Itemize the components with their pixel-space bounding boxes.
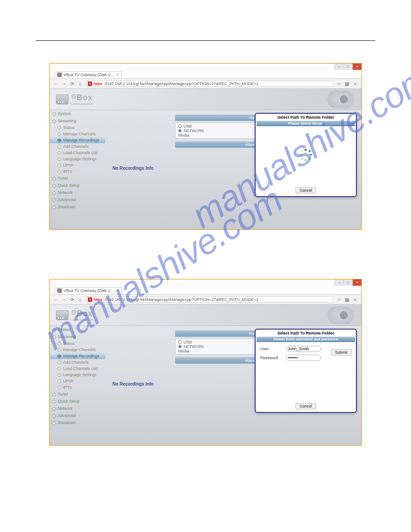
password-input[interactable] — [286, 355, 321, 361]
menu-icon[interactable]: ≡ — [352, 81, 358, 86]
nav-upnp[interactable]: UPnP — [50, 378, 107, 384]
nav-tuner[interactable]: Tuner — [50, 390, 107, 398]
nav-system[interactable]: System — [50, 326, 107, 333]
nav-manage-channels[interactable]: Manage Channels — [50, 347, 107, 353]
nav-load-channels-list[interactable]: Load Channels List — [50, 365, 107, 372]
modal-instruction-bar: Please Enter username and password — [257, 337, 355, 342]
favicon-icon — [57, 288, 62, 293]
back-button[interactable]: ← — [53, 81, 59, 86]
extension-icon[interactable]: ▦ — [344, 81, 350, 86]
logo-mark-icon — [56, 94, 68, 104]
modal-instruction-bar: Please Select Server — [257, 121, 355, 126]
logo-subtitle: Communications — [71, 103, 93, 105]
bookmark-icon[interactable]: ☆ — [336, 81, 342, 86]
nav-advanced[interactable]: Advanced — [50, 412, 107, 419]
logo-subtitle: Communications — [71, 318, 93, 321]
forward-button[interactable]: → — [61, 297, 67, 302]
nav-advanced[interactable]: Advanced — [50, 196, 107, 203]
nav-network[interactable]: Network — [50, 405, 107, 412]
nav-streaming[interactable]: Streaming — [50, 333, 107, 340]
menu-icon[interactable]: ≡ — [352, 297, 358, 302]
radio-usb[interactable] — [178, 340, 182, 344]
favicon-icon — [57, 73, 62, 77]
nav-upnp[interactable]: UPnP — [50, 162, 107, 168]
tab-close-icon[interactable]: × — [116, 288, 119, 293]
title-bar: – □ × VBox TV Gateway (Disk V… × — [50, 64, 361, 79]
url-field[interactable]: ✕ https ://192.168.2.101/cgi-bin/ManageA… — [86, 296, 334, 303]
url-scheme: https — [94, 297, 103, 302]
cancel-button[interactable]: Cancel — [295, 187, 316, 193]
nav-shutdown[interactable]: Shutdown — [50, 203, 107, 210]
tab-title: VBox TV Gateway (Disk V… — [64, 73, 115, 77]
nav-quick-setup[interactable]: Quick Setup — [50, 182, 107, 189]
window-close-button[interactable]: × — [352, 279, 361, 286]
nav-iptv[interactable]: IPTV — [50, 384, 107, 390]
credentials-modal: Select Path To Remote Folder Please Ente… — [255, 329, 357, 413]
screenshot-credentials: – □ × VBox TV Gateway (Disk V… × ← → ⟳ ⌂… — [49, 279, 362, 446]
browser-tab[interactable]: VBox TV Gateway (Disk V… × — [54, 71, 122, 78]
modal-title: Select Path To Remote Folder — [256, 114, 356, 121]
remote-graphic — [327, 90, 354, 108]
loading-spinner-icon — [300, 149, 312, 161]
nav-add-channels[interactable]: Add Channels — [50, 359, 107, 365]
nav-system[interactable]: System — [50, 110, 107, 117]
nav-quick-setup[interactable]: Quick Setup — [50, 398, 107, 405]
home-button[interactable]: ⌂ — [77, 81, 83, 86]
label-network: NETWORK — [184, 129, 204, 133]
screenshot-loading: – □ × VBox TV Gateway (Disk V… × ← → ⟳ ⌂… — [49, 63, 362, 230]
nav-status[interactable]: Status — [50, 124, 107, 131]
url-text: ://192.168.2.101/cgi-bin/ManageApp/Manag… — [104, 82, 259, 86]
url-field[interactable]: ✕ https ://192.168.2.101/cgi-bin/ManageA… — [86, 81, 334, 87]
nav-streaming[interactable]: Streaming — [50, 117, 107, 124]
header-banner: @Box Communications — [50, 89, 361, 110]
tab-close-icon[interactable]: × — [116, 73, 119, 77]
home-button[interactable]: ⌂ — [77, 297, 83, 302]
radio-network[interactable] — [178, 345, 182, 348]
nav-manage-channels[interactable]: Manage Channels — [50, 131, 107, 137]
page-viewport: @Box Communications System Streaming Sta… — [50, 305, 361, 445]
address-bar: ← → ⟳ ⌂ ✕ https ://192.168.2.101/cgi-bin… — [50, 79, 361, 89]
tab-title: VBox TV Gateway (Disk V… — [64, 288, 115, 293]
submit-button[interactable]: Submit — [331, 349, 351, 356]
extension-icon[interactable]: ▦ — [344, 297, 350, 302]
forward-button[interactable]: → — [61, 81, 67, 86]
remote-graphic — [327, 306, 354, 324]
reload-button[interactable]: ⟳ — [69, 81, 75, 86]
url-text: ://192.168.2.101/cgi-bin/ManageApp/Manag… — [104, 297, 259, 302]
reload-button[interactable]: ⟳ — [69, 297, 75, 302]
window-minimize-button[interactable]: – — [334, 279, 343, 286]
nav-load-channels-list[interactable]: Load Channels List — [50, 150, 107, 156]
browser-tab[interactable]: VBox TV Gateway (Disk V… × — [54, 287, 122, 294]
nav-network[interactable]: Network — [50, 189, 107, 196]
window-maximize-button[interactable]: □ — [343, 64, 352, 70]
nav-iptv[interactable]: IPTV — [50, 168, 107, 175]
logo: @Box Communications — [56, 309, 93, 321]
window-minimize-button[interactable]: – — [334, 64, 343, 70]
nav-tuner[interactable]: Tuner — [50, 175, 107, 182]
address-bar: ← → ⟳ ⌂ ✕ https ://192.168.2.101/cgi-bin… — [50, 295, 361, 305]
select-server-modal: Select Path To Remote Folder Please Sele… — [255, 113, 357, 197]
radio-network[interactable] — [178, 129, 182, 133]
label-network: NETWORK — [184, 344, 204, 349]
label-usb: USB — [184, 340, 192, 344]
nav-language-settings[interactable]: Language Settings — [50, 372, 107, 378]
user-input[interactable] — [286, 346, 321, 352]
ssl-warn-icon: ✕ — [88, 82, 92, 86]
radio-usb[interactable] — [178, 124, 182, 128]
logo-mark-icon — [56, 310, 68, 320]
bookmark-icon[interactable]: ☆ — [336, 297, 342, 302]
nav-manage-recordings[interactable]: Manage Recordings — [50, 353, 105, 359]
window-maximize-button[interactable]: □ — [343, 279, 352, 286]
nav-language-settings[interactable]: Language Settings — [50, 156, 107, 162]
back-button[interactable]: ← — [53, 297, 59, 302]
password-label: Password: — [260, 356, 283, 360]
nav-manage-recordings[interactable]: Manage Recordings — [50, 137, 105, 143]
window-close-button[interactable]: × — [352, 64, 361, 70]
user-label: User: — [260, 347, 283, 351]
cancel-button[interactable]: Cancel — [295, 403, 316, 409]
url-scheme: https — [94, 82, 103, 86]
nav-shutdown[interactable]: Shutdown — [50, 419, 107, 426]
modal-title: Select Path To Remote Folder — [256, 330, 356, 337]
nav-status[interactable]: Status — [50, 340, 107, 347]
nav-add-channels[interactable]: Add Channels — [50, 143, 107, 150]
